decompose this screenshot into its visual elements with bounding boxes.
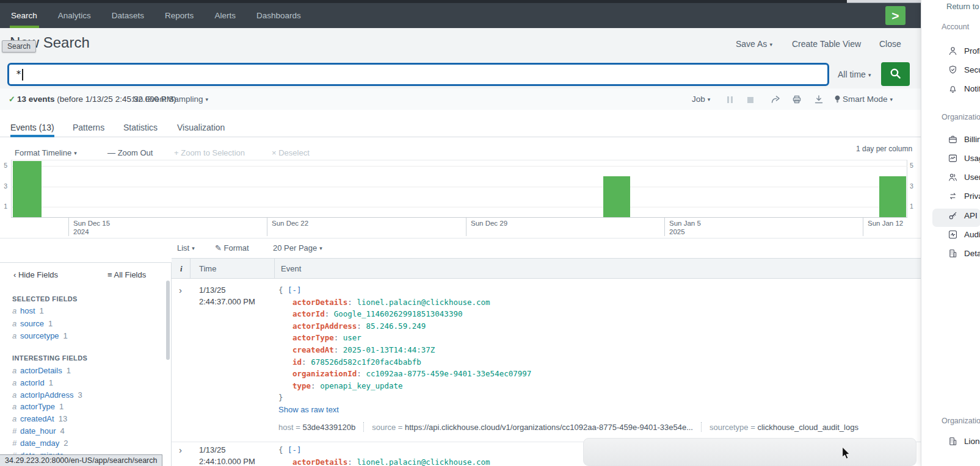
field-item-date_mday[interactable]: #date_mday2 — [12, 439, 68, 450]
splunk-logo[interactable]: > — [885, 6, 906, 25]
timeline-bar[interactable] — [603, 176, 630, 217]
x-axis-tick — [267, 218, 267, 236]
json-value[interactable]: 2025-01-13T14:44:37Z — [343, 345, 435, 354]
chevron-down-icon: ▾ — [708, 96, 711, 102]
menu-item-users[interactable]: Users — [948, 171, 980, 182]
menu-item-private-endpoints[interactable]: Private endpoints — [948, 190, 980, 201]
stop-icon[interactable] — [747, 96, 753, 105]
nav-item-reports[interactable]: Reports — [165, 11, 194, 20]
y-axis-label-right: 5 — [910, 162, 917, 169]
menu-item-details[interactable]: Details — [948, 248, 980, 259]
json-key[interactable]: organizationId — [292, 369, 357, 378]
menu-item-billing[interactable]: Billing — [948, 134, 980, 145]
json-value[interactable]: Google_114602629918513043390 — [334, 309, 463, 318]
share-icon[interactable] — [771, 95, 780, 106]
timeline-scale-note: 1 day per column — [856, 145, 912, 153]
json-value[interactable]: 678526d582c1f20fac4babfb — [311, 357, 421, 367]
column-divider — [190, 259, 191, 279]
json-key[interactable]: actorId — [292, 309, 325, 318]
search-input[interactable]: * — [7, 63, 829, 86]
search-button[interactable] — [881, 62, 910, 86]
field-item-actorType[interactable]: aactorType1 — [12, 402, 64, 413]
json-key[interactable]: actorDetails — [292, 298, 347, 307]
menu-item-audit[interactable]: Audit — [948, 229, 980, 240]
json-collapse-toggle[interactable]: [-] — [288, 445, 302, 454]
event-expand-chevron[interactable]: › — [179, 286, 182, 295]
tab-events[interactable]: Events (13) — [10, 123, 54, 132]
json-value[interactable]: 85.246.59.249 — [366, 321, 426, 331]
show-raw-text-link[interactable]: Show as raw text — [278, 405, 339, 414]
search-mode-dropdown[interactable]: Smart Mode▾ — [843, 88, 893, 111]
y-axis-label-left: 3 — [0, 182, 7, 190]
meta-source-value[interactable]: https://api.clickhouse.cloud/v1/organiza… — [405, 423, 693, 432]
timeline-bar[interactable] — [13, 161, 42, 217]
events-timeline-chart — [11, 160, 907, 217]
deselect-button: × Deselect — [272, 148, 310, 157]
time-range-picker[interactable]: All time▾ — [838, 63, 871, 86]
json-value[interactable]: openapi_key_update — [320, 381, 402, 390]
menu-item-notifications[interactable]: Notifications — [948, 83, 980, 94]
json-value[interactable]: lionel.palacin@clickhouse.com — [357, 298, 490, 307]
field-item-source[interactable]: asource1 — [12, 319, 53, 330]
fields-scrollbar[interactable] — [166, 281, 170, 360]
download-icon[interactable] — [814, 95, 824, 106]
field-item-actorId[interactable]: aactorId1 — [12, 378, 53, 389]
field-item-date_hour[interactable]: #date_hour4 — [12, 426, 65, 437]
print-icon[interactable] — [792, 95, 802, 106]
nav-item-dashboards[interactable]: Dashboards — [256, 11, 301, 20]
field-item-actorDetails[interactable]: aactorDetails1 — [12, 366, 71, 377]
json-value[interactable]: user — [343, 333, 361, 342]
field-item-actorIpAddress[interactable]: aactorIpAddress3 — [12, 390, 82, 401]
pause-icon[interactable] — [727, 96, 735, 105]
json-key[interactable]: type — [292, 381, 311, 390]
tab-patterns[interactable]: Patterns — [73, 123, 104, 132]
column-divider — [274, 259, 275, 279]
close-button[interactable]: Close — [879, 39, 901, 49]
json-key[interactable]: actorDetails — [292, 457, 347, 466]
timeline-bar[interactable] — [879, 176, 906, 217]
json-open-brace: { — [278, 285, 283, 295]
tab-statistics[interactable]: Statistics — [123, 123, 158, 132]
json-key[interactable]: actorIpAddress — [292, 321, 357, 331]
event-date: 1/13/25 — [199, 285, 225, 295]
y-axis-label-right: 3 — [910, 182, 917, 190]
menu-item-organization-lionel[interactable]: Lionel — [948, 436, 980, 446]
json-value[interactable]: cc1092aa-8775-459e-9401-33e54ec07997 — [366, 369, 531, 378]
time-column-header: Time — [199, 259, 216, 279]
json-key[interactable]: actorType — [292, 333, 334, 342]
field-item-sourcetype[interactable]: asourcetype1 — [12, 331, 68, 342]
menu-item-usage[interactable]: Usage — [948, 152, 980, 163]
create-table-view-button[interactable]: Create Table View — [792, 39, 861, 49]
nav-item-search[interactable]: Search — [11, 11, 37, 20]
nav-item-datasets[interactable]: Datasets — [112, 11, 144, 20]
chevron-left-icon: ‹ — [13, 270, 16, 279]
json-value[interactable]: lionel.palacin@clickhouse.com — [357, 457, 490, 466]
event-sampling-dropdown[interactable]: No Event Sampling▾ — [132, 88, 208, 111]
field-item-host[interactable]: ahost1 — [12, 306, 44, 317]
nav-item-alerts[interactable]: Alerts — [214, 11, 236, 20]
menu-item-api-keys[interactable]: API keys — [948, 210, 980, 221]
format-timeline-dropdown[interactable]: Format Timeline▾ — [15, 148, 77, 157]
json-collapse-toggle[interactable]: [-] — [288, 285, 302, 295]
zoom-out-button[interactable]: — Zoom Out — [107, 148, 153, 157]
interesting-fields-header: INTERESTING FIELDS — [12, 354, 87, 362]
return-to-link[interactable]: Return to — [946, 2, 979, 11]
tab-visualization[interactable]: Visualization — [177, 123, 225, 132]
menu-item-profile[interactable]: Profile — [948, 45, 980, 56]
nav-item-analytics[interactable]: Analytics — [58, 11, 91, 20]
hide-fields-button[interactable]: ‹ Hide Fields — [13, 270, 58, 279]
per-page-dropdown[interactable]: 20 Per Page▾ — [273, 243, 322, 253]
meta-sourcetype-value[interactable]: clickhouse_cloud_audit_logs — [757, 423, 858, 432]
menu-item-security[interactable]: Security — [948, 64, 980, 75]
hover-highlight-overlay — [583, 438, 916, 466]
format-results-button[interactable]: ✎ Format — [215, 243, 249, 253]
list-view-dropdown[interactable]: List▾ — [177, 243, 195, 253]
all-fields-button[interactable]: ≡ All Fields — [107, 270, 146, 279]
event-expand-chevron[interactable]: › — [179, 446, 182, 454]
json-key[interactable]: createdAt — [292, 345, 334, 354]
meta-host-value[interactable]: 53de4339120b — [302, 423, 355, 432]
json-key[interactable]: id — [292, 357, 302, 367]
job-dropdown[interactable]: Job▾ — [692, 88, 710, 111]
save-as-button[interactable]: Save As▾ — [736, 39, 772, 49]
field-item-createdAt[interactable]: acreatedAt13 — [12, 414, 67, 425]
